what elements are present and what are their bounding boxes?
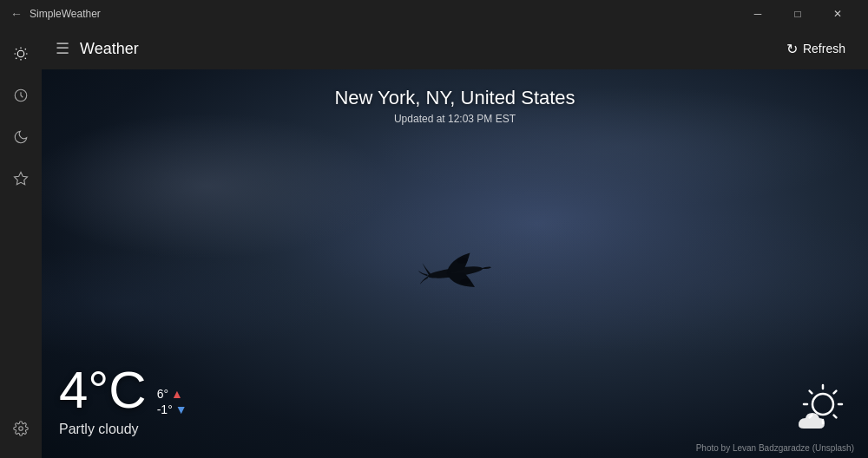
close-button[interactable]: ✕ [818,0,858,28]
title-bar: ← SimpleWeather ─ □ ✕ [0,0,868,28]
svg-marker-10 [15,173,28,185]
maximize-button[interactable]: □ [778,0,818,28]
weather-content: New York, NY, United States Updated at 1… [42,69,868,458]
svg-line-22 [834,391,837,394]
app-body: ☰ Weather ↻ Refresh New York, NY, United… [0,28,868,458]
weather-bottom-info: 4°C 6° ▲ -1° ▼ Partly cloudy [59,364,187,437]
back-button[interactable]: ← [10,7,23,21]
minimize-button[interactable]: ─ [738,0,778,28]
svg-point-15 [812,394,833,415]
svg-line-6 [25,58,26,59]
photo-credit: Photo by Levan Badzgaradze (Unsplash) [696,443,854,453]
svg-line-5 [16,49,16,49]
sidebar-item-weather[interactable] [2,35,40,73]
low-temp: -1° ▼ [157,402,187,416]
svg-line-7 [16,58,16,59]
page-title: Weather [80,40,139,58]
sidebar-item-moon[interactable] [2,118,40,156]
down-arrow-icon: ▼ [175,402,187,416]
hamburger-button[interactable]: ☰ [56,39,69,58]
temperature-display: 4°C [59,364,147,416]
sidebar [0,28,42,458]
temperature-row: 4°C 6° ▲ -1° ▼ [59,364,187,416]
sidebar-item-hourly[interactable] [2,76,40,114]
refresh-label: Refresh [803,42,845,56]
hi-lo-display: 6° ▲ -1° ▼ [157,387,187,416]
low-value: -1° [157,402,173,416]
header-left: ☰ Weather [56,39,139,58]
up-arrow-icon: ▲ [171,387,183,401]
svg-line-20 [810,391,812,394]
airplane-image [403,239,507,304]
header: ☰ Weather ↻ Refresh [42,28,868,69]
svg-line-21 [834,415,837,418]
title-bar-left: ← SimpleWeather [10,7,101,21]
updated-text: Updated at 12:03 PM EST [42,113,868,125]
svg-point-11 [19,427,23,431]
weather-condition: Partly cloudy [59,422,187,437]
refresh-button[interactable]: ↻ Refresh [778,36,854,62]
weather-icon-large [790,380,851,441]
svg-point-0 [17,50,24,57]
high-value: 6° [157,387,168,401]
sidebar-item-favorites[interactable] [2,160,40,198]
city-name: New York, NY, United States [42,87,868,109]
svg-line-8 [25,49,26,49]
weather-location-info: New York, NY, United States Updated at 1… [42,87,868,125]
sidebar-item-settings[interactable] [2,409,40,448]
app-title: SimpleWeather [30,8,101,20]
window-controls: ─ □ ✕ [738,0,858,28]
sidebar-bottom [2,409,40,451]
main-content: ☰ Weather ↻ Refresh New York, NY, United… [42,28,868,458]
high-temp: 6° ▲ [157,387,187,401]
refresh-icon: ↻ [786,41,798,57]
